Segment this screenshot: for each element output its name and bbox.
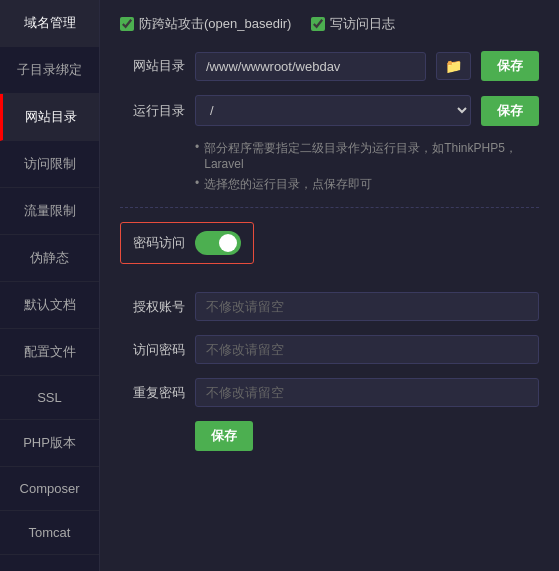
sidebar: 域名管理 子目录绑定 网站目录 访问限制 流量限制 伪静态 默认文档 配置文件 … [0, 0, 100, 571]
sidebar-item-default-doc[interactable]: 默认文档 [0, 282, 99, 329]
open-basedir-checkbox[interactable] [120, 17, 134, 31]
run-dir-select[interactable]: / /public /app [195, 95, 471, 126]
auth-account-row: 授权账号 [120, 292, 539, 321]
sidebar-item-subdir[interactable]: 子目录绑定 [0, 47, 99, 94]
info-bullets: 部分程序需要指定二级目录作为运行目录，如ThinkPHP5，Laravel 选择… [195, 140, 539, 193]
divider [120, 207, 539, 208]
sidebar-item-tomcat[interactable]: Tomcat [0, 511, 99, 555]
website-dir-label: 网站目录 [120, 57, 185, 75]
access-log-label: 写访问日志 [330, 15, 395, 33]
run-dir-save-button[interactable]: 保存 [481, 96, 539, 126]
access-password-input[interactable] [195, 335, 539, 364]
access-log-checkbox[interactable] [311, 17, 325, 31]
sidebar-item-composer[interactable]: Composer [0, 467, 99, 511]
info-bullet-1: 部分程序需要指定二级目录作为运行目录，如ThinkPHP5，Laravel [195, 140, 539, 171]
auth-account-input[interactable] [195, 292, 539, 321]
sidebar-item-pseudostatic[interactable]: 伪静态 [0, 235, 99, 282]
bottom-save-button[interactable]: 保存 [195, 421, 253, 451]
repeat-password-input[interactable] [195, 378, 539, 407]
website-dir-input[interactable] [195, 52, 426, 81]
bottom-save-row: 保存 [120, 421, 539, 451]
website-dir-row: 网站目录 📁 保存 [120, 51, 539, 81]
sidebar-item-webdir[interactable]: 网站目录 [0, 94, 99, 141]
sidebar-item-domain[interactable]: 域名管理 [0, 0, 99, 47]
password-toggle-switch[interactable] [195, 231, 241, 255]
password-section-border-box: 密码访问 [120, 222, 254, 264]
repeat-password-row: 重复密码 [120, 378, 539, 407]
sidebar-item-php[interactable]: PHP版本 [0, 420, 99, 467]
run-dir-row: 运行目录 / /public /app 保存 [120, 95, 539, 126]
folder-icon: 📁 [445, 58, 462, 74]
top-checkboxes: 防跨站攻击(open_basedir) 写访问日志 [120, 15, 539, 33]
run-dir-label: 运行目录 [120, 102, 185, 120]
folder-icon-button[interactable]: 📁 [436, 52, 471, 80]
sidebar-item-config[interactable]: 配置文件 [0, 329, 99, 376]
sidebar-item-ssl[interactable]: SSL [0, 376, 99, 420]
sidebar-item-redirect[interactable]: 重定向 [0, 555, 99, 571]
open-basedir-label: 防跨站攻击(open_basedir) [139, 15, 291, 33]
password-access-box: 密码访问 [120, 222, 539, 278]
main-content: 防跨站攻击(open_basedir) 写访问日志 网站目录 📁 保存 运行目录… [100, 0, 559, 571]
website-dir-save-button[interactable]: 保存 [481, 51, 539, 81]
repeat-password-label: 重复密码 [120, 384, 185, 402]
auth-account-label: 授权账号 [120, 298, 185, 316]
sidebar-item-access[interactable]: 访问限制 [0, 141, 99, 188]
access-log-checkbox-label[interactable]: 写访问日志 [311, 15, 395, 33]
access-password-row: 访问密码 [120, 335, 539, 364]
info-bullet-2: 选择您的运行目录，点保存即可 [195, 176, 539, 193]
open-basedir-checkbox-label[interactable]: 防跨站攻击(open_basedir) [120, 15, 291, 33]
sidebar-item-traffic[interactable]: 流量限制 [0, 188, 99, 235]
password-access-label: 密码访问 [133, 234, 185, 252]
access-password-label: 访问密码 [120, 341, 185, 359]
toggle-slider [195, 231, 241, 255]
